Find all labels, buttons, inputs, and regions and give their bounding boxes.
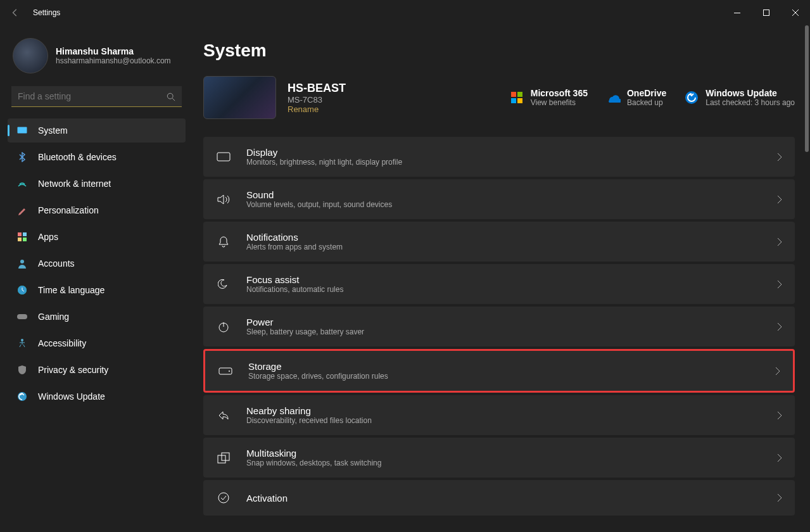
svg-point-8 [20,260,24,263]
system-icon [16,125,28,136]
setting-sound[interactable]: SoundVolume levels, output, input, sound… [203,179,795,219]
svg-point-25 [218,493,229,503]
rename-link[interactable]: Rename [288,104,346,114]
network-icon [16,178,28,189]
setting-title: Display [246,147,402,158]
search-input[interactable] [11,86,182,107]
nav-apps[interactable]: Apps [8,225,186,249]
chevron-right-icon [777,280,782,289]
chevron-right-icon [777,153,782,162]
nav-accessibility[interactable]: Accessibility [8,331,186,355]
setting-sub: Volume levels, output, input, sound devi… [246,200,392,209]
minimize-button[interactable] [723,3,752,23]
svg-rect-0 [734,13,740,13]
chevron-right-icon [777,453,782,462]
display-icon [216,149,231,165]
nav-label: Accessibility [38,338,86,348]
setting-multitasking[interactable]: MultitaskingSnap windows, desktops, task… [203,438,795,478]
nav-bluetooth[interactable]: Bluetooth & devices [8,145,186,169]
setting-sub: Sleep, battery usage, battery saver [246,327,364,336]
titlebar: Settings [0,0,810,25]
nav-label: Personalization [38,205,99,215]
search-box [11,86,182,107]
settings-list: DisplayMonitors, brightness, night light… [203,137,795,516]
page-heading: System [203,41,795,61]
nav-network[interactable]: Network & internet [8,172,186,196]
nav-label: Privacy & security [38,365,108,375]
sidebar: Himanshu Sharma hssharmahimanshu@outlook… [0,25,193,532]
setting-sub: Discoverability, received files location [246,416,372,425]
power-icon [216,319,231,334]
activation-icon [216,490,231,505]
device-thumbnail[interactable] [203,76,276,119]
window-controls [723,3,810,23]
nav-time[interactable]: Time & language [8,278,186,302]
status-sub: Backed up [627,98,666,107]
setting-sub: Alerts from apps and system [246,243,343,251]
avatar [13,38,48,73]
setting-sub: Storage space, drives, configuration rul… [248,372,388,381]
storage-icon [218,364,233,379]
svg-point-22 [229,370,230,372]
chevron-right-icon [777,195,782,204]
back-button[interactable] [5,3,25,23]
nav-label: Windows Update [38,391,105,402]
maximize-button[interactable] [752,3,781,23]
accounts-icon [16,258,28,269]
setting-display[interactable]: DisplayMonitors, brightness, night light… [203,137,795,177]
nav-label: Time & language [38,285,104,295]
personalization-icon [16,205,28,216]
nav-label: System [38,125,68,136]
setting-storage[interactable]: StorageStorage space, drives, configurat… [203,349,795,393]
nav-update[interactable]: Windows Update [8,384,186,408]
setting-nearby-sharing[interactable]: Nearby sharingDiscoverability, received … [203,395,795,435]
windows-update-icon [684,90,699,105]
nav-label: Apps [38,232,58,242]
setting-title: Sound [246,189,392,200]
svg-rect-14 [511,92,516,97]
nav-gaming[interactable]: Gaming [8,305,186,329]
nav-personalization[interactable]: Personalization [8,198,186,222]
notifications-icon [216,234,231,250]
svg-rect-7 [23,238,27,241]
microsoft365-card[interactable]: Microsoft 365 View benefits [509,88,588,107]
svg-point-2 [167,93,173,99]
device-name: HS-BEAST [288,82,346,95]
update-icon [16,391,28,402]
svg-rect-4 [18,232,22,236]
setting-focus-assist[interactable]: Focus assistNotifications, automatic rul… [203,264,795,304]
setting-power[interactable]: PowerSleep, battery usage, battery saver [203,307,795,346]
nav-label: Accounts [38,258,75,269]
user-profile[interactable]: Himanshu Sharma hssharmahimanshu@outlook… [8,33,186,84]
setting-notifications[interactable]: NotificationsAlerts from apps and system [203,222,795,262]
nav-privacy[interactable]: Privacy & security [8,358,186,382]
setting-title: Storage [248,361,388,372]
windows-update-card[interactable]: Windows Update Last checked: 3 hours ago [684,88,795,107]
svg-rect-16 [511,98,516,103]
setting-activation[interactable]: Activation [203,480,795,516]
main-content: System HS-BEAST MS-7C83 Rename Microsoft… [193,25,810,532]
time-icon [16,284,28,296]
scrollbar[interactable] [805,25,809,152]
gaming-icon [16,311,28,322]
sound-icon [216,192,231,207]
multitasking-icon [216,450,231,466]
onedrive-card[interactable]: OneDrive Backed up [605,88,666,107]
nav-accounts[interactable]: Accounts [8,251,186,276]
svg-rect-19 [217,153,230,161]
setting-sub: Snap windows, desktops, task switching [246,459,381,467]
device-card: HS-BEAST MS-7C83 Rename Microsoft 365 Vi… [203,76,795,119]
svg-rect-1 [764,10,769,16]
user-email: hssharmahimanshu@outlook.com [56,56,171,65]
onedrive-icon [605,90,621,105]
setting-title: Power [246,317,364,327]
close-button[interactable] [781,3,810,23]
chevron-right-icon [777,493,782,502]
svg-rect-17 [517,98,522,103]
search-icon [167,92,175,101]
nav-system[interactable]: System [8,118,186,142]
status-sub: View benefits [531,98,588,107]
window-title: Settings [33,8,60,17]
svg-point-12 [21,339,23,341]
share-icon [216,408,231,423]
